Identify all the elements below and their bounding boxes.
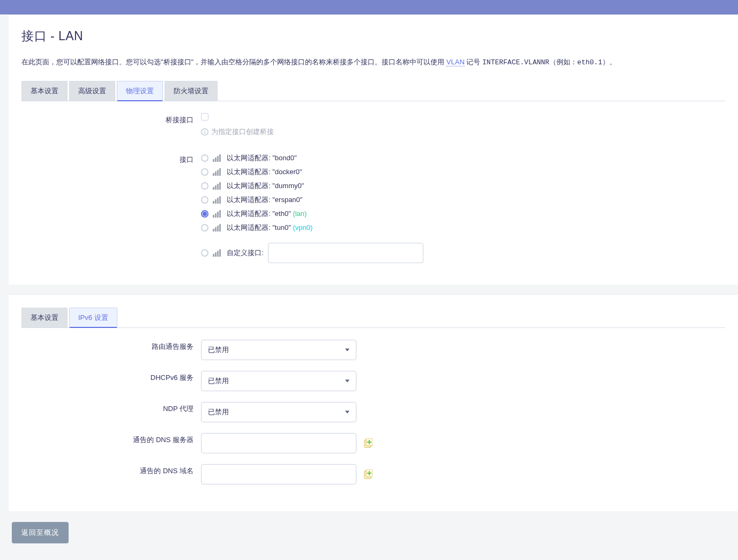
dhcpv6-label: DHCPv6 服务 <box>21 371 201 391</box>
add-icon[interactable] <box>364 469 372 479</box>
iface-eth0-text: 以太网适配器: "eth0" <box>227 210 293 218</box>
ndp-label: NDP 代理 <box>21 402 201 422</box>
ethernet-icon <box>213 224 222 232</box>
iface-bond0-label: 以太网适配器: "bond0" <box>227 153 297 163</box>
bridge-hint-text: 为指定接口创建桥接 <box>211 127 274 137</box>
ndp-row: NDP 代理 已禁用 <box>21 402 725 422</box>
interface-card: 接口 - LAN 在此页面，您可以配置网络接口。您可以勾选"桥接接口"，并输入由… <box>9 14 738 285</box>
add-icon[interactable] <box>364 438 372 448</box>
ethernet-icon <box>213 249 222 257</box>
radio-erspan0[interactable] <box>201 196 208 204</box>
radio-docker0[interactable] <box>201 168 208 176</box>
iface-docker0-label: 以太网适配器: "docker0" <box>227 167 302 177</box>
iface-docker0: 以太网适配器: "docker0" <box>201 167 725 177</box>
dns-server-row: 通告的 DNS 服务器 <box>21 433 725 453</box>
iface-erspan0: 以太网适配器: "erspan0" <box>201 195 725 205</box>
iface-erspan0-label: 以太网适配器: "erspan0" <box>227 195 302 205</box>
intro-example: eth0.1 <box>577 58 602 66</box>
page-title: 接口 - LAN <box>21 28 725 44</box>
dhcpv6-select[interactable]: 已禁用 <box>201 371 356 391</box>
ethernet-icon <box>213 210 222 218</box>
tab-advanced[interactable]: 高级设置 <box>69 81 115 101</box>
ethernet-icon <box>213 154 222 162</box>
radio-eth0[interactable] <box>201 210 208 218</box>
bridge-label: 桥接接口 <box>21 113 201 125</box>
interface-list: 以太网适配器: "bond0" 以太网适配器: "docker0" 以太网适配器… <box>201 153 725 233</box>
bridge-checkbox[interactable] <box>201 113 208 121</box>
iface-dummy0: 以太网适配器: "dummy0" <box>201 181 725 191</box>
iface-tun0: 以太网适配器: "tun0" (vpn0) <box>201 222 725 233</box>
intro-text: 在此页面，您可以配置网络接口。您可以勾选"桥接接口"，并输入由空格分隔的多个网络… <box>21 57 725 67</box>
tab-firewall[interactable]: 防火墙设置 <box>165 81 218 101</box>
ra-label: 路由通告服务 <box>21 340 201 360</box>
info-icon <box>201 128 208 136</box>
intro-pre: 在此页面，您可以配置网络接口。您可以勾选"桥接接口"，并输入由空格分隔的多个网络… <box>21 58 446 66</box>
iface-bond0: 以太网适配器: "bond0" <box>201 153 725 163</box>
ethernet-icon <box>213 168 222 176</box>
top-bar <box>0 0 738 14</box>
ra-value: 已禁用 <box>208 345 229 355</box>
custom-iface-label: 自定义接口: <box>227 248 264 258</box>
iface-tun0-label: 以太网适配器: "tun0" (vpn0) <box>227 223 312 233</box>
intro-example-prefix: （例如： <box>549 58 577 66</box>
iface-dummy0-label: 以太网适配器: "dummy0" <box>227 181 304 191</box>
custom-iface-input[interactable] <box>268 243 423 263</box>
intro-notation: INTERFACE.VLANNR <box>482 58 549 66</box>
interface-row: 接口 以太网适配器: "bond0" 以太网适配器: "docker0" 以太网… <box>21 153 725 263</box>
tabs-ipv6: 基本设置 IPv6 设置 <box>21 308 725 328</box>
back-button[interactable]: 返回至概况 <box>12 522 69 543</box>
tabs-physical: 基本设置 高级设置 物理设置 防火墙设置 <box>21 81 725 101</box>
dns-server-input[interactable] <box>201 433 356 453</box>
dhcpv6-row: DHCPv6 服务 已禁用 <box>21 371 725 391</box>
radio-bond0[interactable] <box>201 154 208 162</box>
ra-select[interactable]: 已禁用 <box>201 340 356 360</box>
interface-label: 接口 <box>21 153 201 165</box>
radio-tun0[interactable] <box>201 224 208 232</box>
bridge-row: 桥接接口 为指定接口创建桥接 <box>21 113 725 137</box>
tab-ipv6[interactable]: IPv6 设置 <box>69 308 117 327</box>
custom-iface-row: 自定义接口: <box>201 243 725 263</box>
dns-domain-label: 通告的 DNS 域名 <box>21 464 201 484</box>
iface-eth0: 以太网适配器: "eth0" (lan) <box>201 208 725 219</box>
radio-dummy0[interactable] <box>201 182 208 190</box>
ethernet-icon <box>213 196 222 204</box>
ethernet-icon <box>213 182 222 190</box>
intro-mid: 记号 <box>465 58 482 66</box>
iface-eth0-label: 以太网适配器: "eth0" (lan) <box>227 209 307 219</box>
ndp-value: 已禁用 <box>208 407 229 417</box>
bridge-hint: 为指定接口创建桥接 <box>201 127 725 137</box>
vlan-link[interactable]: VLAN <box>446 58 465 66</box>
iface-tun0-alias: (vpn0) <box>293 223 312 232</box>
tab-dhcp-basic[interactable]: 基本设置 <box>21 308 68 327</box>
ra-row: 路由通告服务 已禁用 <box>21 340 725 360</box>
dns-domain-row: 通告的 DNS 域名 <box>21 464 725 484</box>
svg-rect-1 <box>204 131 205 133</box>
iface-eth0-alias: (lan) <box>293 210 307 218</box>
iface-tun0-text: 以太网适配器: "tun0" <box>227 223 293 232</box>
tab-basic[interactable]: 基本设置 <box>21 81 68 101</box>
radio-custom[interactable] <box>201 249 208 257</box>
intro-example-suffix: ）。 <box>602 58 616 66</box>
dhcpv6-value: 已禁用 <box>208 376 229 386</box>
dns-server-label: 通告的 DNS 服务器 <box>21 433 201 453</box>
svg-rect-2 <box>204 130 205 130</box>
tab-physical[interactable]: 物理设置 <box>117 81 163 101</box>
dns-domain-input[interactable] <box>201 464 356 484</box>
ndp-select[interactable]: 已禁用 <box>201 402 356 422</box>
dhcp-card: 基本设置 IPv6 设置 路由通告服务 已禁用 DHCPv6 服务 已禁用 ND… <box>9 294 738 511</box>
